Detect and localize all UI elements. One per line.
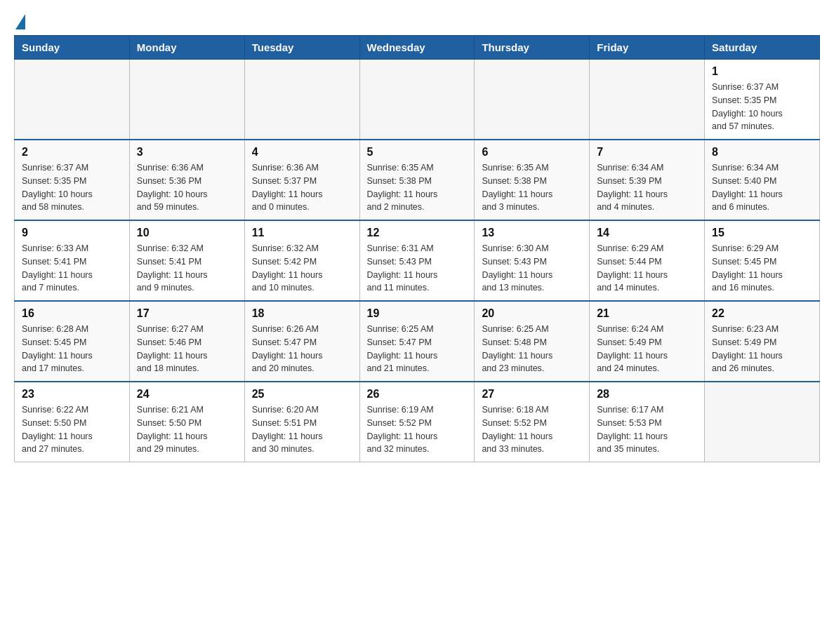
day-info: Sunrise: 6:35 AM Sunset: 5:38 PM Dayligh… (482, 161, 582, 214)
calendar-day-cell: 4Sunrise: 6:36 AM Sunset: 5:37 PM Daylig… (244, 140, 359, 220)
day-of-week-header: Monday (129, 36, 244, 60)
calendar-day-cell (590, 60, 705, 140)
calendar-day-cell (129, 60, 244, 140)
calendar-table: SundayMondayTuesdayWednesdayThursdayFrid… (14, 35, 820, 462)
day-info: Sunrise: 6:31 AM Sunset: 5:43 PM Dayligh… (367, 242, 468, 295)
day-number: 25 (252, 388, 352, 401)
day-number: 14 (597, 227, 697, 239)
calendar-day-cell: 6Sunrise: 6:35 AM Sunset: 5:38 PM Daylig… (475, 140, 590, 220)
calendar-day-cell: 27Sunrise: 6:18 AM Sunset: 5:52 PM Dayli… (475, 382, 590, 462)
calendar-day-cell: 22Sunrise: 6:23 AM Sunset: 5:49 PM Dayli… (705, 301, 820, 382)
day-number: 5 (367, 146, 468, 159)
day-info: Sunrise: 6:25 AM Sunset: 5:47 PM Dayligh… (367, 323, 468, 375)
day-number: 12 (367, 227, 468, 239)
day-info: Sunrise: 6:21 AM Sunset: 5:50 PM Dayligh… (137, 403, 237, 456)
day-number: 21 (597, 307, 697, 320)
day-number: 18 (252, 307, 352, 320)
calendar-day-cell: 24Sunrise: 6:21 AM Sunset: 5:50 PM Dayli… (129, 382, 244, 462)
day-number: 26 (367, 388, 468, 401)
calendar-day-cell: 3Sunrise: 6:36 AM Sunset: 5:36 PM Daylig… (129, 140, 244, 220)
day-info: Sunrise: 6:33 AM Sunset: 5:41 PM Dayligh… (22, 242, 122, 295)
day-number: 1 (712, 65, 812, 78)
day-number: 4 (252, 146, 352, 159)
day-info: Sunrise: 6:35 AM Sunset: 5:38 PM Dayligh… (367, 161, 468, 214)
day-number: 8 (712, 146, 812, 159)
calendar-day-cell: 9Sunrise: 6:33 AM Sunset: 5:41 PM Daylig… (15, 220, 130, 301)
logo-triangle-icon (15, 14, 25, 29)
day-number: 9 (22, 227, 122, 239)
day-of-week-header: Sunday (15, 36, 130, 60)
calendar-day-cell: 5Sunrise: 6:35 AM Sunset: 5:38 PM Daylig… (359, 140, 475, 220)
day-number: 23 (22, 388, 122, 401)
calendar-day-cell: 12Sunrise: 6:31 AM Sunset: 5:43 PM Dayli… (359, 220, 475, 301)
day-number: 15 (712, 227, 812, 239)
day-number: 17 (137, 307, 237, 320)
day-of-week-header: Tuesday (244, 36, 359, 60)
day-info: Sunrise: 6:24 AM Sunset: 5:49 PM Dayligh… (597, 323, 697, 375)
day-info: Sunrise: 6:20 AM Sunset: 5:51 PM Dayligh… (252, 403, 352, 456)
day-of-week-header: Wednesday (359, 36, 475, 60)
calendar-day-cell: 17Sunrise: 6:27 AM Sunset: 5:46 PM Dayli… (129, 301, 244, 382)
day-number: 11 (252, 227, 352, 239)
day-info: Sunrise: 6:32 AM Sunset: 5:41 PM Dayligh… (137, 242, 237, 295)
calendar-day-cell: 8Sunrise: 6:34 AM Sunset: 5:40 PM Daylig… (705, 140, 820, 220)
calendar-day-cell: 23Sunrise: 6:22 AM Sunset: 5:50 PM Dayli… (15, 382, 130, 462)
calendar-week-row: 1Sunrise: 6:37 AM Sunset: 5:35 PM Daylig… (15, 60, 820, 140)
calendar-day-cell: 25Sunrise: 6:20 AM Sunset: 5:51 PM Dayli… (244, 382, 359, 462)
calendar-week-row: 16Sunrise: 6:28 AM Sunset: 5:45 PM Dayli… (15, 301, 820, 382)
calendar-week-row: 2Sunrise: 6:37 AM Sunset: 5:35 PM Daylig… (15, 140, 820, 220)
day-number: 6 (482, 146, 582, 159)
day-number: 2 (22, 146, 122, 159)
day-info: Sunrise: 6:23 AM Sunset: 5:49 PM Dayligh… (712, 323, 812, 375)
calendar-day-cell: 1Sunrise: 6:37 AM Sunset: 5:35 PM Daylig… (705, 60, 820, 140)
day-number: 27 (482, 388, 582, 401)
calendar-day-cell (15, 60, 130, 140)
calendar-day-cell: 15Sunrise: 6:29 AM Sunset: 5:45 PM Dayli… (705, 220, 820, 301)
calendar-day-cell: 16Sunrise: 6:28 AM Sunset: 5:45 PM Dayli… (15, 301, 130, 382)
day-number: 22 (712, 307, 812, 320)
day-info: Sunrise: 6:18 AM Sunset: 5:52 PM Dayligh… (482, 403, 582, 456)
day-number: 20 (482, 307, 582, 320)
day-info: Sunrise: 6:36 AM Sunset: 5:37 PM Dayligh… (252, 161, 352, 214)
day-number: 24 (137, 388, 237, 401)
calendar-week-row: 23Sunrise: 6:22 AM Sunset: 5:50 PM Dayli… (15, 382, 820, 462)
calendar-day-cell: 18Sunrise: 6:26 AM Sunset: 5:47 PM Dayli… (244, 301, 359, 382)
day-number: 7 (597, 146, 697, 159)
day-info: Sunrise: 6:25 AM Sunset: 5:48 PM Dayligh… (482, 323, 582, 375)
calendar-day-cell: 11Sunrise: 6:32 AM Sunset: 5:42 PM Dayli… (244, 220, 359, 301)
day-info: Sunrise: 6:30 AM Sunset: 5:43 PM Dayligh… (482, 242, 582, 295)
calendar-header-row: SundayMondayTuesdayWednesdayThursdayFrid… (15, 36, 820, 60)
day-number: 19 (367, 307, 468, 320)
day-info: Sunrise: 6:17 AM Sunset: 5:53 PM Dayligh… (597, 403, 697, 456)
day-number: 10 (137, 227, 237, 239)
calendar-day-cell: 2Sunrise: 6:37 AM Sunset: 5:35 PM Daylig… (15, 140, 130, 220)
page-header (14, 14, 820, 28)
calendar-day-cell (359, 60, 475, 140)
day-of-week-header: Friday (590, 36, 705, 60)
day-number: 13 (482, 227, 582, 239)
day-info: Sunrise: 6:22 AM Sunset: 5:50 PM Dayligh… (22, 403, 122, 456)
day-info: Sunrise: 6:26 AM Sunset: 5:47 PM Dayligh… (252, 323, 352, 375)
day-info: Sunrise: 6:37 AM Sunset: 5:35 PM Dayligh… (22, 161, 122, 214)
calendar-day-cell: 13Sunrise: 6:30 AM Sunset: 5:43 PM Dayli… (475, 220, 590, 301)
calendar-day-cell: 20Sunrise: 6:25 AM Sunset: 5:48 PM Dayli… (475, 301, 590, 382)
calendar-day-cell (705, 382, 820, 462)
calendar-day-cell: 14Sunrise: 6:29 AM Sunset: 5:44 PM Dayli… (590, 220, 705, 301)
calendar-day-cell: 19Sunrise: 6:25 AM Sunset: 5:47 PM Dayli… (359, 301, 475, 382)
logo (14, 14, 25, 28)
day-info: Sunrise: 6:37 AM Sunset: 5:35 PM Dayligh… (712, 81, 812, 133)
calendar-day-cell: 28Sunrise: 6:17 AM Sunset: 5:53 PM Dayli… (590, 382, 705, 462)
day-info: Sunrise: 6:27 AM Sunset: 5:46 PM Dayligh… (137, 323, 237, 375)
calendar-week-row: 9Sunrise: 6:33 AM Sunset: 5:41 PM Daylig… (15, 220, 820, 301)
calendar-day-cell: 21Sunrise: 6:24 AM Sunset: 5:49 PM Dayli… (590, 301, 705, 382)
day-number: 3 (137, 146, 237, 159)
calendar-day-cell (244, 60, 359, 140)
day-info: Sunrise: 6:29 AM Sunset: 5:44 PM Dayligh… (597, 242, 697, 295)
day-of-week-header: Thursday (475, 36, 590, 60)
calendar-day-cell: 7Sunrise: 6:34 AM Sunset: 5:39 PM Daylig… (590, 140, 705, 220)
day-info: Sunrise: 6:28 AM Sunset: 5:45 PM Dayligh… (22, 323, 122, 375)
day-info: Sunrise: 6:34 AM Sunset: 5:39 PM Dayligh… (597, 161, 697, 214)
calendar-day-cell: 26Sunrise: 6:19 AM Sunset: 5:52 PM Dayli… (359, 382, 475, 462)
calendar-day-cell: 10Sunrise: 6:32 AM Sunset: 5:41 PM Dayli… (129, 220, 244, 301)
day-info: Sunrise: 6:29 AM Sunset: 5:45 PM Dayligh… (712, 242, 812, 295)
